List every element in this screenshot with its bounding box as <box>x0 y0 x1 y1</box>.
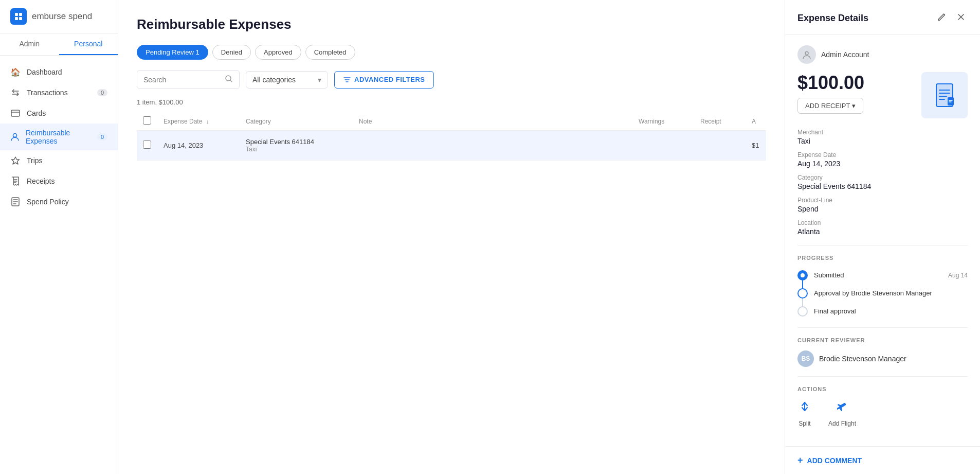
add-flight-action[interactable]: Add Flight <box>828 399 856 427</box>
app-header: emburse spend <box>0 0 118 33</box>
col-header-note: Note <box>353 112 632 131</box>
filter-tab-approved[interactable]: Approved <box>255 45 301 60</box>
svg-point-8 <box>805 52 808 55</box>
panel-header: Expense Details <box>785 0 980 35</box>
close-icon <box>956 12 966 22</box>
app-logo-text: emburse spend <box>32 11 92 22</box>
receipt-placeholder <box>921 72 968 118</box>
transactions-icon <box>10 87 21 98</box>
category-dropdown[interactable]: All categories ▾ <box>246 71 328 89</box>
expense-date-value: Aug 14, 2023 <box>797 160 968 168</box>
sidebar-item-trips[interactable]: Trips <box>0 150 118 171</box>
dashboard-icon: 🏠 <box>10 67 21 77</box>
toolbar: All categories ▾ ADVANCED FILTERS <box>137 70 766 89</box>
progress-step-submitted: Submitted Aug 14 <box>797 268 968 282</box>
search-input[interactable] <box>143 76 221 84</box>
filter-tab-denied[interactable]: Denied <box>212 45 251 60</box>
svg-rect-4 <box>11 110 20 116</box>
main-content: Reimbursable Expenses Pending Review 1 D… <box>118 0 785 474</box>
amount-receipt-row: $100.00 ADD RECEIPT ▾ <box>797 72 968 118</box>
spend-policy-icon <box>10 197 21 207</box>
svg-point-12 <box>801 273 805 277</box>
step-label-final: Final approval <box>814 304 968 318</box>
col-header-receipt: Receipt <box>694 112 746 131</box>
expense-details-panel: Expense Details Admin Account $100.00 AD… <box>785 0 980 474</box>
transactions-badge: 0 <box>97 89 107 96</box>
sidebar-item-reimbursable[interactable]: Reimbursable Expenses 0 <box>0 124 118 150</box>
plus-icon: + <box>797 455 803 466</box>
nav-label-transactions: Transactions <box>27 89 68 97</box>
tab-admin[interactable]: Admin <box>0 33 59 55</box>
col-header-category[interactable]: Category <box>240 112 353 131</box>
sidebar-item-spend-policy[interactable]: Spend Policy <box>0 191 118 212</box>
edit-icon <box>937 12 946 22</box>
progress-step-approval: Approval by Brodie Stevenson Manager <box>797 282 968 300</box>
reimbursable-icon <box>10 132 20 142</box>
sidebar-item-transactions[interactable]: Transactions 0 <box>0 82 118 103</box>
search-container[interactable] <box>137 70 240 89</box>
category-label: Category <box>797 174 968 181</box>
filter-tab-pending[interactable]: Pending Review 1 <box>137 45 208 60</box>
receipts-icon <box>10 176 21 186</box>
split-icon <box>797 399 812 417</box>
tab-personal[interactable]: Personal <box>59 33 118 55</box>
category-label: All categories <box>252 76 296 84</box>
add-receipt-button[interactable]: ADD RECEIPT ▾ <box>797 98 863 114</box>
close-button[interactable] <box>954 10 968 26</box>
sidebar-item-cards[interactable]: Cards <box>0 103 118 124</box>
svg-rect-0 <box>15 13 18 16</box>
add-comment-button[interactable]: + ADD COMMENT <box>785 446 980 474</box>
category-sub: Taxi <box>246 146 347 153</box>
product-line-label: Product-Line <box>797 197 968 204</box>
filter-tab-completed[interactable]: Completed <box>305 45 355 60</box>
row-checkbox[interactable] <box>143 141 151 149</box>
divider-2 <box>797 327 968 328</box>
filter-tabs: Pending Review 1 Denied Approved Complet… <box>137 45 766 60</box>
step-label-submitted: Submitted <box>814 268 942 282</box>
split-action[interactable]: Split <box>797 399 812 427</box>
nav-label-reimbursable: Reimbursable Expenses <box>26 129 91 145</box>
step-dot-approval <box>797 288 808 299</box>
cell-receipt <box>694 131 746 161</box>
expense-table: Expense Date ↓ Category Note Warnings Re… <box>137 112 766 161</box>
cell-category: Special Events 641184 Taxi <box>240 131 353 161</box>
svg-rect-3 <box>19 17 22 20</box>
reimbursable-badge: 0 <box>97 133 107 141</box>
svg-rect-2 <box>15 17 18 20</box>
svg-rect-1 <box>19 13 22 16</box>
panel-title: Expense Details <box>797 13 868 24</box>
divider-1 <box>797 245 968 245</box>
actions-section: ACTIONS Split Add Flight <box>797 386 968 427</box>
select-all-checkbox[interactable] <box>143 116 151 125</box>
reviewer-row: BS Brodie Stevenson Manager <box>797 350 968 367</box>
admin-name: Admin Account <box>821 50 869 59</box>
table-row[interactable]: Aug 14, 2023 Special Events 641184 Taxi … <box>137 131 766 161</box>
step-dot-final <box>797 306 808 317</box>
admin-info-row: Admin Account <box>797 45 968 64</box>
results-count: 1 item, $100.00 <box>137 98 766 106</box>
sidebar: emburse spend Admin Personal 🏠 Dashboard… <box>0 0 118 474</box>
edit-button[interactable] <box>935 10 948 26</box>
cell-amount: $1 <box>746 131 766 161</box>
panel-header-actions <box>935 10 968 26</box>
category-main: Special Events 641184 <box>246 138 347 146</box>
cards-icon <box>10 108 21 118</box>
col-header-amount: A <box>746 112 766 131</box>
trips-icon <box>10 155 21 166</box>
advanced-filters-button[interactable]: ADVANCED FILTERS <box>334 71 434 89</box>
location-label: Location <box>797 219 968 226</box>
cell-note <box>353 131 632 161</box>
sidebar-item-dashboard[interactable]: 🏠 Dashboard <box>0 62 118 82</box>
location-value: Atlanta <box>797 227 968 236</box>
expense-amount: $100.00 <box>797 72 864 94</box>
reviewer-avatar: BS <box>797 350 814 367</box>
divider-3 <box>797 376 968 377</box>
sidebar-item-receipts[interactable]: Receipts <box>0 171 118 191</box>
search-icon <box>225 75 233 84</box>
nav-label-cards: Cards <box>27 109 46 117</box>
admin-avatar <box>797 45 816 64</box>
logo-icon <box>10 8 27 25</box>
actions-row: Split Add Flight <box>797 399 968 427</box>
tab-switcher: Admin Personal <box>0 33 118 56</box>
col-header-date[interactable]: Expense Date ↓ <box>157 112 240 131</box>
